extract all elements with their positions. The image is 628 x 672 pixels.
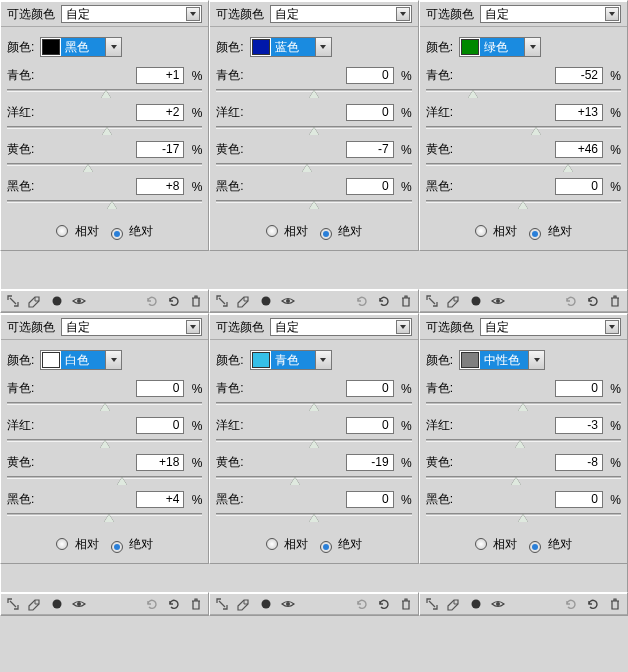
- reset-icon[interactable]: [354, 597, 370, 611]
- absolute-radio-label[interactable]: 绝对: [320, 223, 362, 240]
- hand-icon[interactable]: [214, 294, 230, 308]
- yellow-input[interactable]: -7: [346, 141, 394, 158]
- black-input[interactable]: 0: [346, 491, 394, 508]
- clip-icon[interactable]: [236, 294, 252, 308]
- clip-icon[interactable]: [446, 597, 462, 611]
- color-dropdown[interactable]: 中性色: [459, 350, 545, 370]
- black-input[interactable]: 0: [555, 178, 603, 195]
- eye-icon[interactable]: [280, 294, 296, 308]
- cyan-input[interactable]: +1: [136, 67, 184, 84]
- magenta-slider[interactable]: [7, 436, 202, 450]
- reset-icon[interactable]: [144, 597, 160, 611]
- refresh-icon[interactable]: [376, 294, 392, 308]
- cyan-input[interactable]: 0: [346, 67, 394, 84]
- yellow-input[interactable]: -19: [346, 454, 394, 471]
- cyan-input[interactable]: 0: [346, 380, 394, 397]
- magenta-slider[interactable]: [7, 123, 202, 137]
- relative-radio[interactable]: [475, 538, 487, 550]
- absolute-radio[interactable]: [529, 228, 541, 240]
- black-slider[interactable]: [7, 510, 202, 524]
- black-input[interactable]: +8: [136, 178, 184, 195]
- cyan-slider[interactable]: [7, 399, 202, 413]
- reset-icon[interactable]: [563, 597, 579, 611]
- clip-icon[interactable]: [446, 294, 462, 308]
- magenta-input[interactable]: -3: [555, 417, 603, 434]
- black-slider[interactable]: [216, 510, 411, 524]
- yellow-slider[interactable]: [426, 160, 621, 174]
- reset-icon[interactable]: [354, 294, 370, 308]
- eye-icon[interactable]: [490, 597, 506, 611]
- absolute-radio[interactable]: [529, 541, 541, 553]
- hand-icon[interactable]: [424, 597, 440, 611]
- relative-radio[interactable]: [266, 225, 278, 237]
- preset-dropdown[interactable]: 自定: [480, 5, 621, 23]
- trash-icon[interactable]: [188, 597, 204, 611]
- absolute-radio[interactable]: [111, 541, 123, 553]
- cyan-slider[interactable]: [216, 86, 411, 100]
- eye-icon[interactable]: [71, 294, 87, 308]
- yellow-slider[interactable]: [7, 160, 202, 174]
- clip-icon[interactable]: [27, 597, 43, 611]
- magenta-input[interactable]: 0: [136, 417, 184, 434]
- cyan-slider[interactable]: [426, 86, 621, 100]
- magenta-slider[interactable]: [426, 123, 621, 137]
- relative-radio[interactable]: [56, 538, 68, 550]
- clip-icon[interactable]: [27, 294, 43, 308]
- absolute-radio[interactable]: [320, 541, 332, 553]
- relative-radio-label[interactable]: 相对: [266, 223, 308, 240]
- color-dropdown[interactable]: 绿色: [459, 37, 541, 57]
- trash-icon[interactable]: [607, 597, 623, 611]
- yellow-input[interactable]: +18: [136, 454, 184, 471]
- reset-icon[interactable]: [563, 294, 579, 308]
- color-dropdown[interactable]: 蓝色: [250, 37, 332, 57]
- cyan-slider[interactable]: [216, 399, 411, 413]
- preset-dropdown[interactable]: 自定: [61, 5, 202, 23]
- yellow-slider[interactable]: [426, 473, 621, 487]
- circle-filled-icon[interactable]: [468, 294, 484, 308]
- hand-icon[interactable]: [424, 294, 440, 308]
- magenta-input[interactable]: +2: [136, 104, 184, 121]
- absolute-radio-label[interactable]: 绝对: [111, 536, 153, 553]
- relative-radio[interactable]: [266, 538, 278, 550]
- hand-icon[interactable]: [214, 597, 230, 611]
- cyan-slider[interactable]: [426, 399, 621, 413]
- black-input[interactable]: 0: [346, 178, 394, 195]
- absolute-radio[interactable]: [111, 228, 123, 240]
- eye-icon[interactable]: [280, 597, 296, 611]
- black-slider[interactable]: [7, 197, 202, 211]
- circle-filled-icon[interactable]: [49, 597, 65, 611]
- relative-radio-label[interactable]: 相对: [266, 536, 308, 553]
- black-input[interactable]: 0: [555, 491, 603, 508]
- preset-dropdown[interactable]: 自定: [480, 318, 621, 336]
- magenta-slider[interactable]: [426, 436, 621, 450]
- absolute-radio-label[interactable]: 绝对: [111, 223, 153, 240]
- refresh-icon[interactable]: [585, 597, 601, 611]
- refresh-icon[interactable]: [166, 597, 182, 611]
- circle-filled-icon[interactable]: [258, 597, 274, 611]
- yellow-input[interactable]: -17: [136, 141, 184, 158]
- trash-icon[interactable]: [188, 294, 204, 308]
- magenta-input[interactable]: 0: [346, 104, 394, 121]
- relative-radio-label[interactable]: 相对: [475, 223, 517, 240]
- color-dropdown[interactable]: 白色: [40, 350, 122, 370]
- preset-dropdown[interactable]: 自定: [270, 318, 411, 336]
- magenta-slider[interactable]: [216, 436, 411, 450]
- yellow-slider[interactable]: [216, 160, 411, 174]
- absolute-radio-label[interactable]: 绝对: [529, 536, 571, 553]
- trash-icon[interactable]: [398, 294, 414, 308]
- refresh-icon[interactable]: [166, 294, 182, 308]
- preset-dropdown[interactable]: 自定: [270, 5, 411, 23]
- hand-icon[interactable]: [5, 294, 21, 308]
- relative-radio[interactable]: [475, 225, 487, 237]
- absolute-radio-label[interactable]: 绝对: [320, 536, 362, 553]
- absolute-radio[interactable]: [320, 228, 332, 240]
- magenta-slider[interactable]: [216, 123, 411, 137]
- black-slider[interactable]: [426, 510, 621, 524]
- cyan-input[interactable]: 0: [136, 380, 184, 397]
- clip-icon[interactable]: [236, 597, 252, 611]
- yellow-input[interactable]: -8: [555, 454, 603, 471]
- relative-radio-label[interactable]: 相对: [475, 536, 517, 553]
- eye-icon[interactable]: [71, 597, 87, 611]
- yellow-slider[interactable]: [7, 473, 202, 487]
- reset-icon[interactable]: [144, 294, 160, 308]
